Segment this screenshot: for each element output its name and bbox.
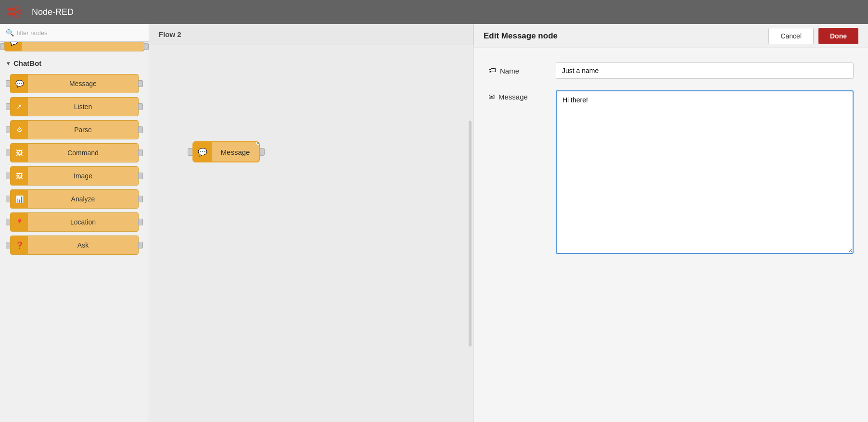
node-connector-right <box>138 242 143 248</box>
node-connector-right <box>138 103 143 110</box>
parse-node-icon: ⚙ <box>11 121 28 139</box>
list-item: 🖼 Command <box>6 143 143 162</box>
list-item: 🖼 Image <box>6 166 143 186</box>
list-item: ↗ Listen <box>6 97 143 116</box>
flow-tab-label: Flow 2 <box>159 30 181 38</box>
chatbot-label: ChatBot <box>13 59 41 67</box>
analyze-node-icon: 📊 <box>11 190 28 208</box>
partial-node: 💬 <box>0 42 149 51</box>
listen-node-label: Listen <box>28 103 138 111</box>
chatbot-section-header[interactable]: ▾ ChatBot <box>0 53 149 71</box>
location-node-icon: 📍 <box>11 213 28 231</box>
canvas-tab[interactable]: Flow 2 <box>149 24 473 45</box>
message-node[interactable]: 💬 Message <box>10 74 139 93</box>
listen-node-icon: ↗ <box>11 98 28 116</box>
parse-node-label: Parse <box>28 126 138 134</box>
canvas-node-status-dot <box>256 141 260 145</box>
message-label-text: Message <box>498 93 528 101</box>
svg-line-5 <box>19 12 22 15</box>
message-label: ✉ Message <box>488 90 546 101</box>
analyze-node-label: Analyze <box>28 195 138 203</box>
location-node[interactable]: 📍 Location <box>10 212 139 232</box>
chevron-down-icon: ▾ <box>7 60 10 67</box>
name-label-text: Name <box>500 67 519 75</box>
canvas-content[interactable]: 💬 Message <box>149 45 473 422</box>
ask-node[interactable]: ❓ Ask <box>10 236 139 255</box>
node-connector-right <box>144 43 149 50</box>
command-node[interactable]: 🖼 Command <box>10 143 139 162</box>
edit-panel-title: Edit Message node <box>484 31 558 41</box>
edit-panel-actions: Cancel Done <box>768 28 858 44</box>
tag-icon: 🏷 <box>488 66 496 75</box>
sidebar: 🔍 💬 ▾ ChatBot <box>0 24 149 422</box>
cancel-button[interactable]: Cancel <box>768 28 814 44</box>
image-node-label: Image <box>28 172 138 180</box>
edit-panel: Edit Message node Cancel Done 🏷 Name ✉ M… <box>473 24 868 422</box>
partial-node-icon: 💬 <box>5 42 22 51</box>
command-node-icon: 🖼 <box>11 144 28 162</box>
parse-node[interactable]: ⚙ Parse <box>10 120 139 139</box>
ask-node-label: Ask <box>28 241 138 249</box>
search-icon: 🔍 <box>6 29 14 37</box>
app-header: Node-RED <box>0 0 868 24</box>
list-item: ❓ Ask <box>6 236 143 255</box>
canvas-node-body[interactable]: 💬 Message <box>192 141 260 162</box>
node-connector-right <box>138 173 143 179</box>
canvas[interactable]: Flow 2 💬 Message <box>149 24 473 422</box>
image-node-icon: 🖼 <box>11 167 28 185</box>
canvas-node-label: Message <box>212 148 259 156</box>
done-button[interactable]: Done <box>818 28 858 44</box>
node-connector-right <box>138 219 143 225</box>
image-node[interactable]: 🖼 Image <box>10 166 139 186</box>
message-row: ✉ Message Hi there! <box>488 90 854 254</box>
edit-form: 🏷 Name ✉ Message Hi there! <box>474 48 868 422</box>
node-connector-right <box>138 149 143 156</box>
svg-line-4 <box>19 9 22 12</box>
name-row: 🏷 Name <box>488 62 854 79</box>
node-connector-right <box>138 126 143 133</box>
message-icon: ✉ <box>488 92 495 101</box>
logo-icon <box>8 6 26 18</box>
node-connector-right <box>138 196 143 202</box>
list-item: 📍 Location <box>6 212 143 232</box>
list-item: 💬 Message <box>6 74 143 93</box>
canvas-scrollbar[interactable] <box>469 121 472 347</box>
listen-node[interactable]: ↗ Listen <box>10 97 139 116</box>
node-list: 💬 Message ↗ Listen ⚙ Parse <box>0 71 149 422</box>
sidebar-search-area: 🔍 <box>0 24 149 42</box>
canvas-message-node[interactable]: 💬 Message <box>188 141 265 162</box>
message-textarea[interactable]: Hi there! <box>556 90 854 254</box>
analyze-node[interactable]: 📊 Analyze <box>10 189 139 209</box>
main-layout: 🔍 💬 ▾ ChatBot <box>0 24 868 422</box>
message-node-icon: 💬 <box>11 74 28 93</box>
logo <box>8 6 26 18</box>
app-title: Node-RED <box>32 7 74 17</box>
edit-panel-header: Edit Message node Cancel Done <box>474 24 868 48</box>
node-connector-right <box>138 80 143 87</box>
partial-node-body[interactable]: 💬 <box>4 42 144 51</box>
name-label: 🏷 Name <box>488 62 546 75</box>
message-node-label: Message <box>28 80 138 87</box>
search-input[interactable] <box>17 29 143 37</box>
list-item: 📊 Analyze <box>6 189 143 209</box>
ask-node-icon: ❓ <box>11 236 28 254</box>
list-item: ⚙ Parse <box>6 120 143 139</box>
name-input[interactable] <box>556 62 854 79</box>
canvas-node-icon: 💬 <box>193 142 212 161</box>
location-node-label: Location <box>28 218 138 226</box>
command-node-label: Command <box>28 149 138 157</box>
